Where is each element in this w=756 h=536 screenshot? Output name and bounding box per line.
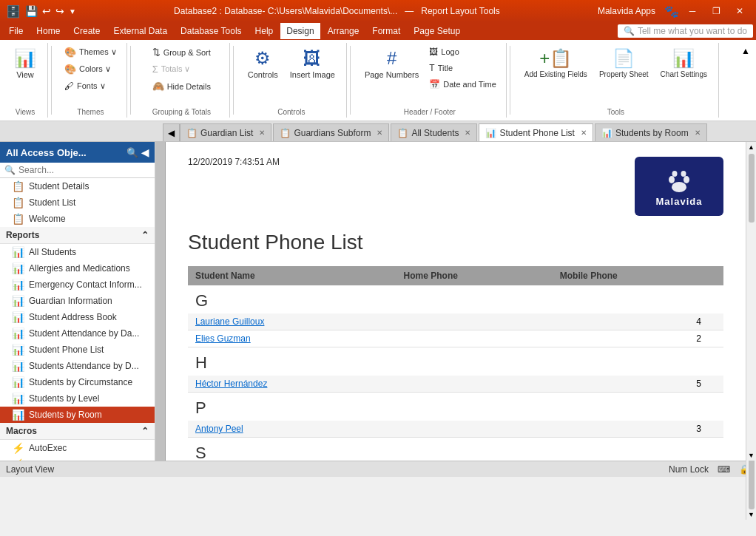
tab-label-student-phone-list: Student Phone List xyxy=(499,128,574,138)
menu-help[interactable]: Help xyxy=(249,23,280,39)
minimize-button[interactable]: ─ xyxy=(682,4,703,18)
insert-image-button[interactable]: 🖼 Insert Image xyxy=(285,44,340,83)
menu-design[interactable]: Design xyxy=(280,23,320,39)
col-home-phone: Home Phone xyxy=(404,271,560,281)
sidebar-search-bar: 🔍 xyxy=(0,163,155,178)
sidebar-item-by-level[interactable]: 📊 Students by Level xyxy=(0,390,155,407)
menu-external-data[interactable]: External Data xyxy=(107,23,173,39)
content-scrollbar-v[interactable]: ▲ ▼ xyxy=(746,142,756,461)
tab-students-by-room[interactable]: 📊 Students by Room ✕ xyxy=(595,123,707,141)
sidebar-item-filters[interactable]: ⚡ Filters xyxy=(0,456,155,461)
address-book-label: Student Address Book xyxy=(29,312,117,322)
scrollbar-thumb[interactable] xyxy=(749,154,755,223)
report-group-G: G Lauriane Guilloux 4 Elies Guzman 2 xyxy=(188,285,723,347)
student-link-peel[interactable]: Antony Peel xyxy=(195,424,243,434)
menu-format[interactable]: Format xyxy=(366,23,406,39)
macros-section-label: Macros xyxy=(6,426,37,436)
circumstance-label: Students by Circumstance xyxy=(29,377,132,387)
sidebar-item-attendance-date[interactable]: 📊 Student Attendance by Da... xyxy=(0,325,155,342)
phone-list-label: Student Phone List xyxy=(29,345,104,355)
sidebar-item-allergies[interactable]: 📊 Allergies and Medications xyxy=(0,260,155,277)
emergency-icon: 📊 xyxy=(12,279,24,291)
sidebar-item-guardian-info[interactable]: 📊 Guardian Information xyxy=(0,293,155,309)
property-sheet-button[interactable]: 📄 Property Sheet xyxy=(594,44,654,82)
sidebar-search-icon[interactable]: 🔍 xyxy=(126,147,138,158)
controls-button[interactable]: ⚙ Controls xyxy=(243,44,283,83)
table-row: Héctor Hernández 5 xyxy=(188,376,723,393)
menu-bar: File Home Create External Data Database … xyxy=(0,22,756,40)
macros-collapse-icon[interactable]: ⌃ xyxy=(141,426,149,436)
redo-quickaccess[interactable]: ↪ xyxy=(55,5,64,17)
add-existing-fields-button[interactable]: +📋 Add Existing Fields xyxy=(519,44,593,82)
themes-dropdown-button[interactable]: 🎨 Themes ∨ xyxy=(61,44,121,60)
menu-page-setup[interactable]: Page Setup xyxy=(408,23,466,39)
tab-close-all-students[interactable]: ✕ xyxy=(465,129,470,137)
sidebar-item-student-list[interactable]: 📋 Student List xyxy=(0,194,155,211)
chart-settings-button[interactable]: 📊 Chart Settings xyxy=(655,44,712,82)
sidebar-item-welcome[interactable]: 📋 Welcome xyxy=(0,211,155,227)
title-button[interactable]: T Title xyxy=(425,61,500,75)
menu-database-tools[interactable]: Database Tools xyxy=(175,23,248,39)
group-sort-button[interactable]: ⇅ Group & Sort xyxy=(149,44,215,60)
menu-home[interactable]: Home xyxy=(30,23,66,39)
totals-label: Totals ∨ xyxy=(161,64,191,74)
logo-button[interactable]: 🖼 Logo xyxy=(425,44,500,59)
date-time-button[interactable]: 📅 Date and Time xyxy=(425,77,500,92)
tab-all-students[interactable]: 📋 All Students ✕ xyxy=(391,123,477,141)
page-numbers-button[interactable]: # Page Numbers xyxy=(360,44,424,83)
headerfooter-col: 🖼 Logo T Title 📅 Date and Time xyxy=(425,44,500,92)
sidebar-item-emergency[interactable]: 📊 Emergency Contact Inform... xyxy=(0,277,155,293)
tab-guardian-list[interactable]: 📋 Guardian List ✕ xyxy=(180,123,271,141)
sidebar-item-circumstance[interactable]: 📊 Students by Circumstance xyxy=(0,374,155,390)
view-button[interactable]: 📊 View xyxy=(9,44,41,83)
save-quickaccess[interactable]: 💾 xyxy=(25,5,38,17)
customize-quickaccess[interactable]: ▼ xyxy=(69,7,76,16)
filters-icon: ⚡ xyxy=(12,458,24,461)
sidebar-item-autoexec[interactable]: ⚡ AutoExec xyxy=(0,440,155,456)
menu-file[interactable]: File xyxy=(3,23,29,39)
undo-quickaccess[interactable]: ↩ xyxy=(42,5,51,17)
scrollbar-down-arrow[interactable]: ▼ xyxy=(748,452,755,459)
colors-dropdown-button[interactable]: 🎨 Colors ∨ xyxy=(61,61,121,77)
sidebar-item-all-students[interactable]: 📊 All Students xyxy=(0,244,155,260)
ribbon-search-box[interactable]: 🔍 Tell me what you want to do xyxy=(618,24,753,38)
reports-collapse-icon[interactable]: ⌃ xyxy=(141,230,149,240)
scrollbar-up-arrow[interactable]: ▲ xyxy=(748,143,755,151)
student-link-hernandez[interactable]: Héctor Hernández xyxy=(195,379,267,389)
tab-close-student-phone-list[interactable]: ✕ xyxy=(581,129,587,137)
totals-button[interactable]: Σ Totals ∨ xyxy=(149,61,215,77)
ribbon-content: 📊 View Views 🎨 Themes ∨ 🎨 Colors ∨ 🖋 xyxy=(0,40,756,121)
add-fields-icon: +📋 xyxy=(539,48,572,69)
sidebar-item-students-attendance[interactable]: 📊 Students Attendance by D... xyxy=(0,358,155,374)
title-bar-right: Malavida Apps 🐾 ─ ❐ ✕ xyxy=(598,4,750,18)
group-letter-P: P xyxy=(188,393,723,421)
sidebar-item-by-room[interactable]: 📊 Students by Room xyxy=(0,407,155,423)
tab-guardians-subform[interactable]: 📋 Guardians Subform ✕ xyxy=(273,123,389,141)
page-numbers-icon: # xyxy=(387,48,396,69)
tab-nav-prev[interactable]: ◀ xyxy=(163,123,180,141)
tab-close-students-by-room[interactable]: ✕ xyxy=(695,129,701,137)
menu-create[interactable]: Create xyxy=(67,23,106,39)
menu-arrange[interactable]: Arrange xyxy=(322,23,365,39)
tab-student-phone-list[interactable]: 📊 Student Phone List ✕ xyxy=(479,123,593,141)
tool-subtitle: Report Layout Tools xyxy=(421,6,500,16)
tab-close-guardians-subform[interactable]: ✕ xyxy=(377,129,382,137)
sidebar-search-input[interactable] xyxy=(18,165,150,175)
emergency-label: Emergency Contact Inform... xyxy=(29,279,142,290)
student-link-guilloux[interactable]: Lauriane Guilloux xyxy=(195,316,264,327)
close-button[interactable]: ✕ xyxy=(729,4,750,18)
restore-button[interactable]: ❐ xyxy=(706,4,726,18)
all-students-label: All Students xyxy=(29,247,76,257)
sidebar-expand-icon[interactable]: ◀ xyxy=(141,147,149,158)
sidebar-item-student-details[interactable]: 📋 Student Details xyxy=(0,178,155,194)
sidebar-item-phone-list[interactable]: 📊 Student Phone List xyxy=(0,342,155,358)
hide-details-button[interactable]: 🙈 Hide Details xyxy=(149,78,215,94)
ribbon-collapse-button[interactable]: ▲ xyxy=(741,46,750,56)
sidebar-item-address-book[interactable]: 📊 Student Address Book xyxy=(0,309,155,325)
fonts-dropdown-button[interactable]: 🖋 Fonts ∨ xyxy=(61,78,121,94)
tab-close-guardian-list[interactable]: ✕ xyxy=(259,129,265,137)
status-bar: Layout View Num Lock ⌨ 🔒 xyxy=(0,461,756,477)
student-link-guzman[interactable]: Elies Guzman xyxy=(195,333,251,344)
room-hernandez: 5 xyxy=(560,379,716,389)
all-students-icon: 📊 xyxy=(12,246,24,258)
